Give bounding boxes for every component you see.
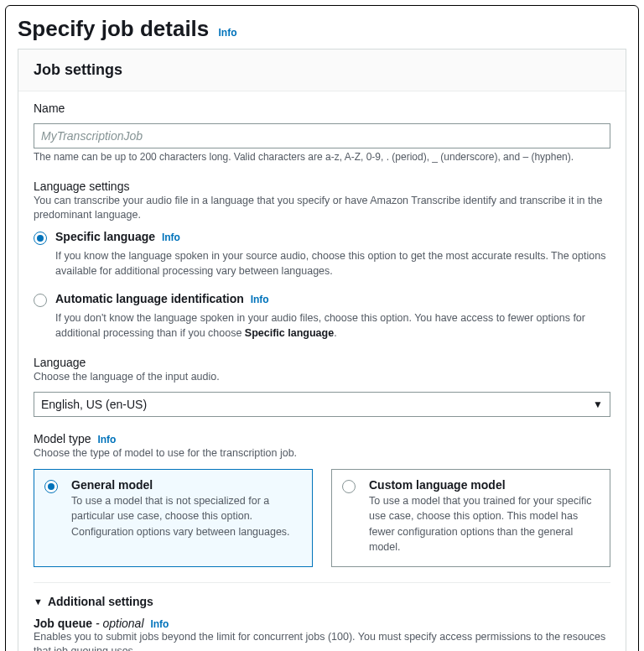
radio-auto-language-desc: If you don't know the language spoken in… (55, 310, 610, 341)
additional-settings-label: Additional settings (48, 595, 153, 608)
model-type-hint: Choose the type of model to use for the … (34, 446, 610, 461)
model-type-section: Model type Info Choose the type of model… (34, 432, 610, 567)
language-settings-heading: Language settings (34, 180, 610, 193)
panel-header: Job settings (18, 49, 626, 91)
model-type-label: Model type Info (34, 432, 610, 445)
tile-general-model-desc: To use a model that is not specialized f… (71, 493, 302, 539)
tile-general-model-radio[interactable] (44, 480, 58, 493)
radio-auto-language-info[interactable]: Info (251, 294, 269, 305)
page-title-info-link[interactable]: Info (219, 27, 237, 39)
job-queue-hint: Enables you to submit jobs beyond the li… (34, 630, 610, 651)
name-label: Name (34, 102, 610, 115)
radio-auto-language-dot[interactable] (34, 294, 47, 307)
auto-desc-c: . (334, 327, 336, 339)
caret-down-icon: ▼ (593, 398, 603, 410)
page-frame: Specify job details Info Job settings Na… (5, 5, 639, 651)
name-hint: The name can be up to 200 characters lon… (34, 150, 610, 164)
additional-settings-toggle[interactable]: ▼ Additional settings (34, 595, 610, 608)
model-type-info[interactable]: Info (97, 434, 116, 445)
radio-specific-language[interactable]: Specific language Info (34, 223, 610, 247)
tile-general-model[interactable]: General model To use a model that is not… (34, 469, 313, 567)
job-queue-label: Job queue - optional Info (34, 617, 610, 630)
tile-general-model-title: General model (71, 478, 302, 492)
radio-specific-language-label: Specific language (55, 230, 155, 243)
radio-specific-language-desc: If you know the language spoken in your … (55, 248, 610, 279)
language-hint: Choose the language of the input audio. (34, 370, 610, 385)
radio-auto-language[interactable]: Automatic language identification Info (34, 285, 610, 309)
language-selected-value: English, US (en-US) (41, 398, 147, 411)
model-type-tiles: General model To use a model that is not… (34, 469, 610, 567)
page-title: Specify job details Info (18, 16, 626, 42)
language-select[interactable]: English, US (en-US) ▼ (34, 392, 610, 417)
tile-custom-model-radio[interactable] (342, 480, 356, 493)
radio-specific-language-dot[interactable] (34, 232, 47, 245)
tile-custom-model-title: Custom language model (369, 478, 600, 492)
caret-down-icon: ▼ (34, 596, 43, 607)
job-queue-optional: - optional (92, 617, 143, 630)
language-label: Language (34, 356, 610, 369)
radio-specific-language-info[interactable]: Info (162, 232, 180, 243)
model-type-label-text: Model type (34, 432, 91, 445)
job-queue-info[interactable]: Info (150, 618, 169, 630)
divider (34, 582, 610, 583)
page-title-text: Specify job details (18, 16, 209, 41)
job-queue-section: Job queue - optional Info Enables you to… (34, 617, 610, 651)
auto-desc-b: Specific language (245, 327, 334, 339)
radio-auto-language-label: Automatic language identification (55, 292, 244, 305)
language-section: Language Choose the language of the inpu… (34, 356, 610, 417)
language-settings-hint: You can transcribe your audio file in a … (34, 194, 610, 223)
job-queue-label-text: Job queue (34, 617, 92, 630)
tile-custom-model[interactable]: Custom language model To use a model tha… (331, 469, 610, 567)
tile-custom-model-desc: To use a model that you trained for your… (369, 493, 600, 555)
name-section: Name The name can be up to 200 character… (34, 102, 610, 164)
name-input[interactable] (34, 123, 610, 148)
job-settings-panel: Job settings Name The name can be up to … (18, 49, 626, 651)
language-settings-section: Language settings You can transcribe you… (34, 180, 610, 341)
panel-body: Name The name can be up to 200 character… (18, 91, 626, 651)
